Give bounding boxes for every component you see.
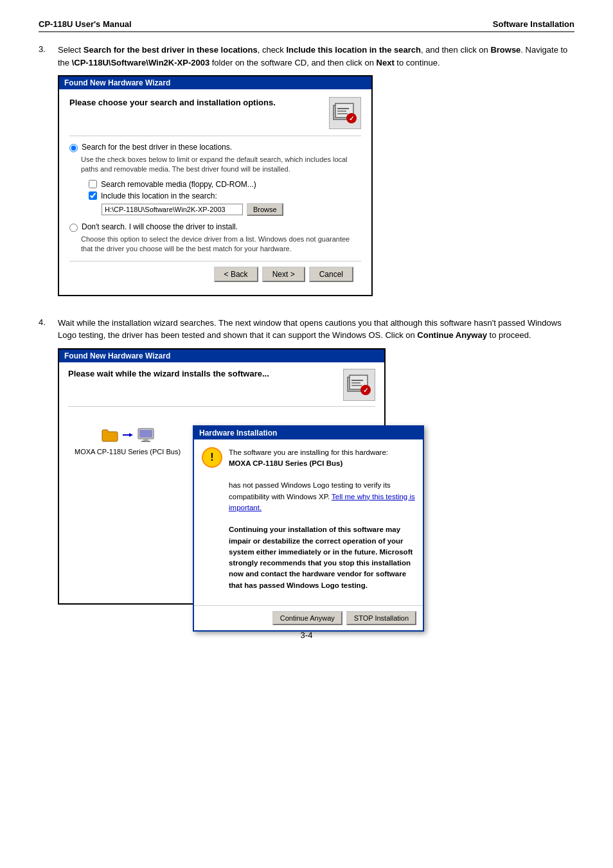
svg-rect-10 — [351, 382, 360, 384]
path-input[interactable] — [102, 204, 243, 215]
device-label: MOXA CP-118U Series (PCI Bus) — [75, 448, 181, 456]
wizard1-dialog: Found New Hardware Wizard Please choose … — [58, 75, 373, 296]
computer-icon — [137, 426, 155, 444]
manual-title: CP-118U User's Manual — [39, 19, 132, 29]
arrow-icon — [121, 430, 134, 439]
step-3-content: Select Search for the best driver in the… — [58, 44, 574, 303]
svg-rect-2 — [337, 108, 349, 109]
hw-install-main-text: The software you are installing for this… — [229, 447, 415, 591]
hw-install-header: ! The software you are installing for th… — [202, 447, 415, 591]
svg-rect-17 — [143, 439, 148, 441]
step-4-block: 4. Wait while the installation wizard se… — [39, 317, 574, 605]
svg-rect-4 — [337, 113, 348, 114]
hw-text1: The software you are installing for this… — [229, 448, 388, 456]
wizard1-icon: ✓ — [329, 97, 361, 129]
checkbox-location-row[interactable]: Include this location in the search: — [89, 191, 361, 200]
progress-row — [101, 426, 155, 444]
svg-text:✓: ✓ — [363, 387, 368, 394]
step-4-content: Wait while the installation wizard searc… — [58, 317, 574, 605]
wizard1-titlebar: Found New Hardware Wizard — [59, 76, 371, 89]
hw-install-footer: Continue Anyway STOP Installation — [194, 605, 423, 630]
svg-rect-16 — [139, 430, 152, 438]
hw-install-dialog: Hardware Installation ! The software you… — [193, 425, 424, 632]
folder-icon — [101, 427, 119, 443]
stop-installation-button[interactable]: STOP Installation — [346, 611, 416, 625]
radio-manual-input[interactable] — [69, 224, 78, 232]
svg-marker-14 — [129, 433, 133, 437]
radio-search-option[interactable]: Search for the best driver in these loca… — [69, 143, 361, 152]
step-3-block: 3. Select Search for the best driver in … — [39, 44, 574, 303]
hw-device: MOXA CP-118U Series (PCI Bus) — [229, 459, 342, 467]
step-3-number: 3. — [39, 44, 58, 303]
cancel-button[interactable]: Cancel — [309, 267, 353, 282]
svg-rect-3 — [337, 111, 346, 112]
hw-install-titlebar: Hardware Installation — [194, 427, 423, 439]
radio-manual-label: Don't search. I will choose the driver t… — [82, 222, 238, 231]
path-row: Browse — [102, 203, 361, 216]
radio-search-input[interactable] — [69, 144, 78, 152]
step-4-number: 4. — [39, 317, 58, 605]
wizard2-header-row: Please wait while the wizard installs th… — [68, 369, 375, 407]
section-title: Software Installation — [493, 19, 574, 29]
browse-button[interactable]: Browse — [247, 203, 283, 216]
svg-text:✓: ✓ — [349, 115, 354, 122]
page-header: CP-118U User's Manual Software Installat… — [39, 19, 574, 32]
svg-rect-18 — [141, 441, 150, 442]
wizard1-header-row: Please choose your search and installati… — [69, 97, 361, 136]
checkbox-removable-row[interactable]: Search removable media (floppy, CD-ROM..… — [89, 180, 361, 189]
wizard2-title-text: Please wait while the wizard installs th… — [68, 369, 269, 378]
wizard1-footer: < Back Next > Cancel — [69, 261, 361, 287]
checkbox-removable-label: Search removable media (floppy, CD-ROM..… — [101, 180, 256, 189]
svg-rect-9 — [351, 380, 363, 381]
step-4-text: Wait while the installation wizard searc… — [58, 317, 574, 342]
checkbox-location-input[interactable] — [89, 191, 97, 200]
checkbox-location-label: Include this location in the search: — [101, 191, 217, 200]
wizard1-body: Please choose your search and installati… — [59, 89, 371, 295]
step-3-text: Select Search for the best driver in the… — [58, 44, 574, 69]
warning-icon: ! — [202, 447, 222, 468]
back-button[interactable]: < Back — [214, 267, 258, 282]
radio-search-subtext: Use the check boxes below to limit or ex… — [81, 155, 361, 175]
continue-anyway-button[interactable]: Continue Anyway — [272, 611, 342, 625]
wizard2-container: Found New Hardware Wizard Please wait wh… — [58, 348, 411, 605]
wizard1-title-text: Please choose your search and installati… — [69, 97, 276, 109]
page-number: 3-4 — [39, 630, 574, 640]
wizard2-icon: ✓ — [343, 369, 375, 401]
hw-text3: Continuing your installation of this sof… — [229, 526, 413, 589]
wizard2-titlebar: Found New Hardware Wizard — [59, 350, 384, 362]
radio-manual-option[interactable]: Don't search. I will choose the driver t… — [69, 222, 361, 232]
hw-install-body: ! The software you are installing for th… — [194, 439, 423, 605]
svg-rect-11 — [351, 385, 362, 386]
next-button[interactable]: Next > — [262, 267, 305, 282]
radio-search-label: Search for the best driver in these loca… — [82, 143, 232, 152]
progress-icons: MOXA CP-118U Series (PCI Bus) — [75, 426, 181, 456]
checkbox-removable-input[interactable] — [89, 180, 97, 188]
radio-manual-subtext: Choose this option to select the device … — [81, 235, 361, 254]
